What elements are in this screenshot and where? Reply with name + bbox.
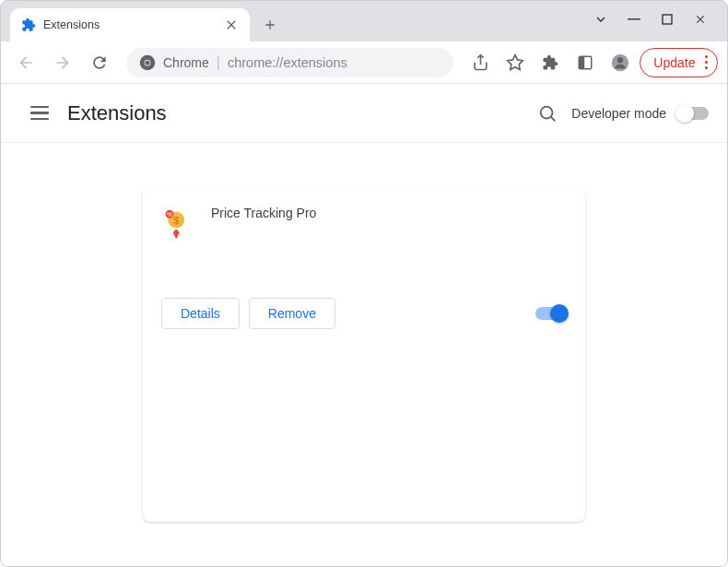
- svg-line-12: [551, 117, 555, 121]
- omnibox-url: chrome://extensions: [228, 55, 347, 70]
- svg-point-4: [145, 60, 149, 65]
- chrome-icon: [139, 54, 156, 71]
- puzzle-icon: [21, 18, 36, 32]
- developer-mode-toggle[interactable]: [677, 107, 709, 120]
- content-area: PC risk.com $ % Price Tracking Pro Detai…: [1, 143, 727, 566]
- browser-tab[interactable]: Extensions: [10, 8, 250, 41]
- titlebar: Extensions: [1, 1, 727, 41]
- svg-text:%: %: [167, 211, 172, 218]
- developer-mode-label: Developer mode: [571, 106, 666, 121]
- reload-button[interactable]: [84, 47, 115, 78]
- menu-dots-icon: [701, 55, 709, 70]
- tab-title: Extensions: [43, 18, 224, 31]
- svg-marker-6: [508, 54, 523, 69]
- search-button[interactable]: [529, 95, 566, 132]
- maximize-button[interactable]: [659, 11, 675, 28]
- update-button[interactable]: Update: [640, 48, 718, 77]
- share-button[interactable]: [464, 47, 496, 78]
- page-title: Extensions: [67, 101, 529, 125]
- extension-card: $ % Price Tracking Pro Details Remove: [143, 187, 585, 522]
- browser-toolbar: Chrome | chrome://extensions Update: [1, 41, 727, 84]
- chevron-down-icon[interactable]: [593, 11, 609, 28]
- update-label: Update: [653, 55, 695, 70]
- minimize-button[interactable]: [626, 11, 642, 28]
- profile-button[interactable]: [605, 47, 636, 78]
- omnibox-prefix: Chrome: [163, 55, 209, 70]
- menu-button[interactable]: [19, 93, 60, 134]
- bookmark-button[interactable]: [499, 47, 531, 78]
- close-icon[interactable]: [224, 18, 239, 32]
- svg-point-11: [541, 106, 553, 118]
- svg-rect-8: [580, 56, 585, 69]
- extension-toggle[interactable]: [535, 307, 567, 320]
- new-tab-button[interactable]: [257, 12, 283, 38]
- extension-name: Price Tracking Pro: [211, 206, 316, 279]
- svg-rect-0: [628, 18, 640, 20]
- svg-point-10: [617, 57, 623, 63]
- close-button[interactable]: [692, 11, 709, 28]
- back-button: [10, 47, 41, 78]
- window-controls: [580, 1, 722, 38]
- remove-button[interactable]: Remove: [249, 298, 335, 329]
- plus-icon: [263, 18, 277, 32]
- page-header: Extensions Developer mode: [1, 84, 727, 143]
- omnibox[interactable]: Chrome | chrome://extensions: [126, 48, 453, 77]
- forward-button: [47, 47, 78, 78]
- omnibox-divider: |: [217, 54, 220, 71]
- extension-icon: $ %: [161, 207, 194, 241]
- sidepanel-button[interactable]: [569, 47, 601, 78]
- svg-text:$: $: [173, 214, 180, 226]
- svg-rect-1: [663, 15, 672, 24]
- details-button[interactable]: Details: [161, 298, 240, 329]
- extensions-button[interactable]: [534, 47, 566, 78]
